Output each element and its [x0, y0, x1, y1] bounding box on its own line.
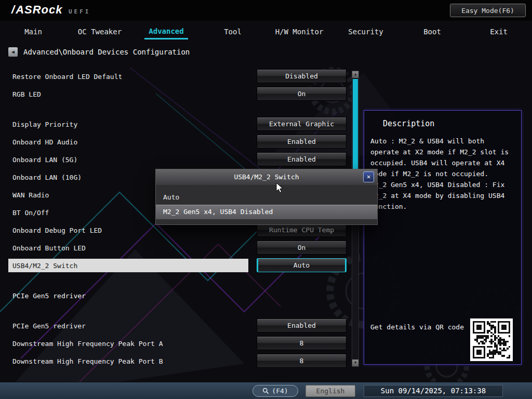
top-bar: ASRock UEFI Easy Mode(F6) [0, 0, 532, 21]
setting-label: Onboard Debug Port LED [12, 227, 102, 234]
setting-row-downstream-high-frequency-peak-port-b[interactable]: Downstream High Frequency Peak Port B8 [8, 352, 347, 370]
language-button[interactable]: English [305, 385, 355, 397]
setting-label: Restore Onboard LED Default [12, 73, 122, 81]
scrollbar-thumb[interactable] [353, 79, 358, 170]
setting-value-button[interactable]: Enabled [257, 318, 347, 332]
tab-h-w-monitor[interactable]: H/W Monitor [266, 23, 332, 41]
breadcrumb: ◀ Advanced\Onboard Devices Configuration [8, 47, 190, 57]
setting-value-button[interactable]: Auto [257, 258, 347, 272]
qr-code [470, 318, 513, 361]
uefi-label: UEFI [69, 8, 91, 15]
status-bar: (F4) English Sun 09/14/2025, 07:13:38 [0, 382, 532, 399]
tab-advanced[interactable]: Advanced [133, 23, 200, 41]
tab-boot[interactable]: Boot [399, 23, 466, 41]
qr-caption: Get details via QR code [370, 322, 464, 333]
setting-label: BT On/Off [12, 209, 49, 217]
tab-main[interactable]: Main [0, 23, 66, 41]
usb4-switch-dialog: USB4/M2_2 Switch ✕ AutoM2_2 Gen5 x4, USB… [156, 169, 377, 224]
nav-tabs: MainOC TweakerAdvancedToolH/W MonitorSec… [0, 23, 532, 41]
setting-value-button[interactable]: Enabled [257, 135, 347, 149]
section-header-pcie-gen5-redriver: PCIe Gen5 redriver [8, 287, 347, 304]
description-body: Auto : M2_2 & USB4 will both operate at … [370, 136, 515, 212]
setting-row-display-priority[interactable]: Display PriorityExternal Graphic [8, 115, 347, 133]
search-icon [262, 388, 269, 394]
scroll-up-icon[interactable]: ▲ [352, 71, 358, 78]
scroll-down-icon[interactable]: ▼ [352, 360, 358, 366]
tab-label: Security [344, 25, 387, 38]
spacer [8, 274, 347, 287]
dialog-title-text: USB4/M2_2 Switch [234, 173, 299, 181]
setting-label: PCIe Gen5 redriver [12, 292, 86, 300]
setting-row-downstream-high-frequency-peak-port-a[interactable]: Downstream High Frequency Peak Port A8 [8, 335, 347, 352]
close-icon[interactable]: ✕ [363, 171, 374, 182]
setting-row-pcie-gen5-redriver[interactable]: PCIe Gen5 redriverEnabled [8, 317, 347, 335]
tab-tool[interactable]: Tool [200, 23, 266, 41]
description-panel: Description Auto : M2_2 & USB4 will both… [364, 110, 522, 365]
easy-mode-button[interactable]: Easy Mode(F6) [450, 4, 526, 17]
datetime-display: Sun 09/14/2025, 07:13:38 [364, 385, 503, 397]
tab-label: Exit [486, 25, 512, 38]
setting-row-rgb-led[interactable]: RGB LEDOn [8, 85, 347, 103]
setting-label: Onboard HD Audio [12, 138, 77, 146]
description-title: Description [383, 119, 521, 128]
setting-row-onboard-lan-5g-[interactable]: Onboard LAN (5G)Enabled [8, 151, 347, 168]
setting-row-restore-onboard-led-default[interactable]: Restore Onboard LED DefaultDisabled [8, 68, 347, 85]
description-paragraph: Auto : M2_2 & USB4 will both operate at … [370, 136, 515, 179]
setting-label: Onboard LAN (5G) [12, 156, 77, 164]
tab-security[interactable]: Security [332, 23, 399, 41]
setting-value-button[interactable]: 8 [257, 336, 347, 350]
dialog-option-m2-2-gen5-x4-usb4-disabled[interactable]: M2_2 Gen5 x4, USB4 Disabled [156, 205, 377, 219]
setting-row-onboard-button-led[interactable]: Onboard Button LEDOn [8, 239, 347, 257]
dialog-options: AutoM2_2 Gen5 x4, USB4 Disabled [156, 185, 377, 224]
breadcrumb-path: Advanced\Onboard Devices Configuration [23, 48, 190, 56]
tab-label: OC Tweaker [74, 25, 126, 38]
setting-label: Downstream High Frequency Peak Port B [12, 357, 163, 365]
back-button[interactable]: ◀ [8, 47, 18, 57]
spacer [8, 103, 347, 115]
dialog-title: USB4/M2_2 Switch ✕ [156, 169, 377, 185]
setting-label: Downstream High Frequency Peak Port A [12, 340, 163, 348]
tab-label: H/W Monitor [271, 25, 328, 38]
setting-label: Display Priority [12, 121, 77, 128]
setting-label: Onboard Button LED [12, 244, 86, 252]
search-hotkey: (F4) [272, 387, 288, 395]
tab-label: Tool [220, 25, 246, 38]
tab-label: Main [20, 25, 46, 38]
setting-row-usb4-m2-2-switch[interactable]: USB4/M2_2 SwitchAuto [8, 257, 347, 274]
setting-label: USB4/M2_2 Switch [12, 262, 77, 270]
search-button[interactable]: (F4) [252, 385, 298, 397]
setting-value-button[interactable]: Enabled [257, 152, 347, 166]
description-paragraph: M2_2 Gen5 x4, USB4 Disabled : Fix M2_2 a… [370, 179, 515, 212]
setting-value-button[interactable]: On [257, 87, 347, 101]
setting-label: PCIe Gen5 redriver [12, 322, 86, 330]
tab-label: Advanced [144, 24, 188, 39]
tab-label: Boot [419, 25, 445, 38]
setting-value-button[interactable]: 8 [257, 354, 347, 368]
setting-label: Onboard LAN (10G) [12, 174, 82, 181]
spacer [8, 304, 347, 317]
setting-value-button[interactable]: External Graphic [257, 117, 347, 131]
setting-label: RGB LED [12, 90, 41, 98]
setting-value-button[interactable]: Disabled [257, 69, 347, 83]
setting-row-onboard-hd-audio[interactable]: Onboard HD AudioEnabled [8, 133, 347, 151]
setting-value-button[interactable]: On [257, 241, 347, 255]
dialog-option-auto[interactable]: Auto [156, 190, 377, 205]
uefi-screen: ASRock UEFI Easy Mode(F6) MainOC Tweaker… [0, 0, 532, 399]
tab-oc-tweaker[interactable]: OC Tweaker [66, 23, 133, 41]
asrock-logo: ASRock [11, 3, 62, 17]
setting-label: WAN Radio [12, 191, 49, 199]
tab-exit[interactable]: Exit [466, 23, 532, 41]
setting-value-button[interactable]: Runtime CPU Temp [257, 223, 347, 237]
